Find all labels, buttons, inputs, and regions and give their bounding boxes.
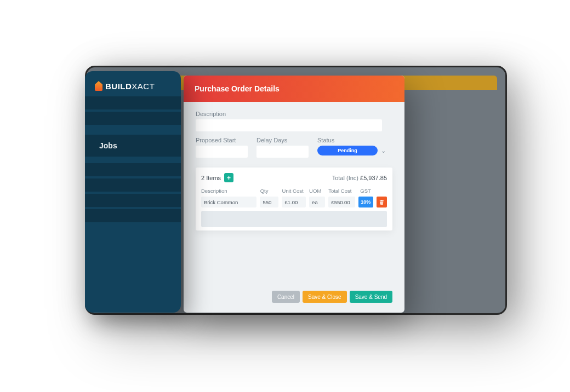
- modal-footer: Cancel Save & Close Save & Send: [184, 284, 404, 313]
- table-row: Brick Common 550 £1.00 ea £550.00 10%: [201, 197, 387, 207]
- sidebar-item[interactable]: [85, 112, 181, 125]
- save-send-button[interactable]: Save & Send: [350, 291, 392, 303]
- proposed-start-label: Proposed Start: [196, 137, 248, 143]
- row-unit-cost-input[interactable]: £1.00: [282, 197, 306, 207]
- description-label: Description: [196, 111, 392, 117]
- sidebar-item-label: Jobs: [99, 141, 117, 150]
- sidebar-item-jobs[interactable]: Jobs: [85, 135, 181, 157]
- sidebar-item[interactable]: [85, 194, 181, 207]
- total-value: £5,937.85: [360, 175, 387, 181]
- delay-days-input[interactable]: [256, 146, 309, 158]
- logo-icon: [95, 81, 102, 91]
- row-qty-input[interactable]: 550: [260, 197, 278, 207]
- row-gst-selector[interactable]: 10%: [358, 197, 373, 207]
- col-gst: GST: [358, 188, 373, 194]
- trash-icon: [379, 199, 385, 205]
- sidebar-item[interactable]: [85, 163, 181, 176]
- chevron-down-icon[interactable]: ⌄: [381, 147, 386, 154]
- total-label: Total (Inc): [332, 175, 358, 181]
- sidebar-item[interactable]: [85, 96, 181, 109]
- logo: BUILDXACT: [95, 81, 171, 91]
- empty-row-strip: [201, 211, 387, 227]
- row-uom-input[interactable]: ea: [309, 197, 325, 207]
- col-total-cost: Total Cost: [328, 188, 355, 194]
- sidebar-item[interactable]: [85, 209, 181, 222]
- items-card: 2 Items + Total (Inc) £5,937.85 Descript…: [196, 168, 392, 230]
- items-count: 2 Items: [201, 175, 221, 181]
- row-total-cost-input[interactable]: £550.00: [328, 197, 355, 207]
- cancel-button[interactable]: Cancel: [272, 291, 300, 303]
- table-header: Description Qty Unit Cost UOM Total Cost…: [201, 188, 387, 194]
- col-unit-cost: Unit Cost: [282, 188, 306, 194]
- col-qty: Qty: [260, 188, 279, 194]
- modal-body: Description Proposed Start Delay Days St…: [184, 102, 404, 284]
- add-item-button[interactable]: +: [224, 173, 233, 182]
- status-label: Status: [317, 137, 392, 143]
- proposed-start-input[interactable]: [196, 146, 248, 158]
- description-input[interactable]: [196, 119, 382, 131]
- col-uom: UOM: [309, 188, 325, 194]
- purchase-order-modal: Purchase Order Details Description Propo…: [184, 76, 404, 313]
- logo-text-bold: BUILD: [105, 82, 132, 91]
- modal-header: Purchase Order Details: [184, 76, 404, 102]
- sidebar: BUILDXACT Jobs: [85, 71, 181, 313]
- row-description-input[interactable]: Brick Common: [201, 197, 256, 207]
- delete-row-button[interactable]: [377, 197, 387, 207]
- save-close-button[interactable]: Save & Close: [303, 291, 347, 303]
- status-value: Pending: [338, 148, 357, 153]
- logo-text-thin: XACT: [132, 82, 155, 91]
- modal-title: Purchase Order Details: [195, 84, 280, 93]
- delay-days-label: Delay Days: [256, 137, 309, 143]
- status-dropdown[interactable]: Pending: [317, 146, 378, 155]
- col-description: Description: [201, 188, 257, 194]
- sidebar-item[interactable]: [85, 178, 181, 192]
